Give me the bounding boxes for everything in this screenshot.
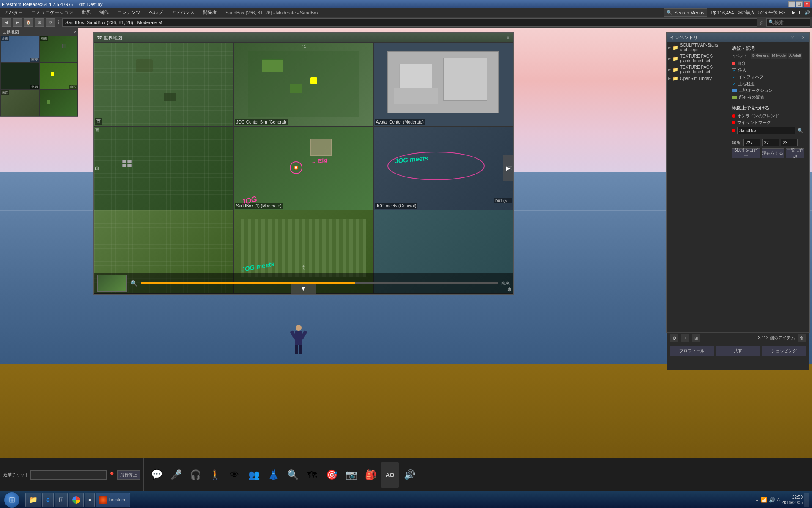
taskbar-ie[interactable]: e bbox=[42, 493, 54, 507]
map-tile-top-left[interactable]: 西 bbox=[94, 42, 233, 126]
toolbar-search-icon[interactable]: 🔍 bbox=[283, 462, 302, 488]
tray-show-hidden[interactable]: ▲ bbox=[755, 497, 759, 502]
inv-grid-btn[interactable]: ⊞ bbox=[692, 334, 700, 342]
toolbar-eye-icon[interactable]: 👁 bbox=[225, 462, 244, 488]
toolbar-headphones-icon[interactable]: 🎧 bbox=[186, 462, 205, 488]
inv-item-2[interactable]: ▶ 📁 TEXTURE PACK-plants-forest set bbox=[667, 53, 727, 64]
toolbar-voice-icon[interactable]: 🎤 bbox=[167, 462, 185, 488]
mini-tile-s bbox=[39, 90, 78, 116]
close-button[interactable]: × bbox=[804, 1, 810, 7]
find-section: 地図上で見つける オンラインのフレンド マイランドマーク 🔍 bbox=[729, 103, 808, 137]
map-label-avatar-center: Avatar Center (Moderate) bbox=[375, 119, 425, 125]
coord-x[interactable] bbox=[743, 139, 760, 146]
inv-count: 2,112 個のアイテム bbox=[758, 335, 795, 341]
inventory-minimize[interactable]: - bbox=[796, 35, 800, 40]
map-tile-avatar-center[interactable]: Avatar Center (Moderate) bbox=[373, 42, 513, 126]
inv-trash-btn[interactable]: 🗑 bbox=[798, 334, 806, 342]
legend-checkbox-land[interactable]: ✓ bbox=[732, 82, 736, 86]
world-map-icon: 🗺 bbox=[97, 35, 102, 40]
inv-gear-btn[interactable]: ⚙ bbox=[670, 334, 678, 342]
forward-button[interactable]: ▶ bbox=[13, 18, 22, 27]
profile-button[interactable]: プロフィール bbox=[670, 346, 714, 356]
general-badge: G Genera bbox=[751, 53, 770, 59]
toolbar-camera-icon[interactable]: 📷 bbox=[342, 462, 360, 488]
inv-item-1[interactable]: ▶ 📁 SCULPTMAP-Stairs and steps bbox=[667, 42, 727, 53]
map-tile-jog-meets[interactable]: JOG meets JOG meets (General) D01 (M... bbox=[373, 126, 513, 210]
toolbar-ao-icon[interactable]: AO bbox=[381, 462, 399, 488]
event-labels: イベント : G Genera M Mode A Adult bbox=[732, 53, 804, 59]
inventory-header: インベントリ ? - × bbox=[667, 33, 809, 42]
search-input[interactable] bbox=[774, 20, 808, 25]
toolbar-outfit-icon[interactable]: 👗 bbox=[264, 462, 283, 488]
shopping-button[interactable]: ショッピング bbox=[762, 346, 806, 356]
inv-add-btn[interactable]: + bbox=[681, 334, 689, 342]
search-menus-label[interactable]: 🔍 Search Menus bbox=[664, 8, 707, 17]
stop-flying-button[interactable]: 飛行停止 bbox=[117, 470, 140, 480]
legend-checkbox-resident[interactable]: ✓ bbox=[732, 68, 736, 72]
menu-avatar[interactable]: アバター bbox=[2, 8, 25, 17]
map-search-icon[interactable]: 🔍 bbox=[130, 280, 137, 287]
mini-map-close[interactable]: × bbox=[74, 30, 76, 35]
toolbar-people-icon[interactable]: 👥 bbox=[244, 462, 263, 488]
menu-developer[interactable]: 開発者 bbox=[200, 8, 219, 17]
inventory-help[interactable]: ? bbox=[790, 35, 795, 40]
inventory-content: ▶ 📁 SCULPTMAP-Stairs and steps ▶ 📁 TEXTU… bbox=[667, 42, 809, 332]
map-tile-sandbox[interactable]: → E1g SandBox (1) (Moderate) JOG bbox=[233, 126, 373, 210]
coord-buttons: SLurl をコピー 現在をする 一覧に追加 bbox=[732, 148, 804, 158]
show-button[interactable]: 現在をする bbox=[762, 148, 784, 158]
toolbar-chat-icon[interactable]: 💬 bbox=[147, 462, 166, 488]
bookmark-star[interactable]: ☆ bbox=[759, 19, 765, 26]
world-map-body[interactable]: 北 西 東 南 西 JOG Center Sim bbox=[94, 42, 513, 294]
grid-button[interactable]: ⊞ bbox=[35, 18, 44, 27]
address-input[interactable] bbox=[62, 18, 757, 27]
menu-advanced[interactable]: アドバンス bbox=[169, 8, 197, 17]
menu-communication[interactable]: コミュニケーション bbox=[29, 8, 76, 17]
taskbar-tiles[interactable]: ⊞ bbox=[55, 493, 68, 507]
map-nav-bottom[interactable]: ▼ bbox=[291, 284, 316, 294]
map-zoom-bar[interactable] bbox=[141, 282, 498, 284]
map-tile-mid-left[interactable]: 西 bbox=[94, 126, 233, 210]
window-controls[interactable]: _ □ × bbox=[788, 1, 810, 7]
map-label-sandbox: SandBox (1) (Moderate) bbox=[235, 203, 283, 209]
toolbar-walk-icon[interactable]: 🚶 bbox=[206, 462, 224, 488]
toolbar-sound-icon[interactable]: 🔊 bbox=[400, 462, 419, 488]
coord-y[interactable] bbox=[762, 139, 779, 146]
toolbar-destination-icon[interactable]: 🎯 bbox=[322, 462, 341, 488]
back-button[interactable]: ◀ bbox=[2, 18, 11, 27]
maximize-button[interactable]: □ bbox=[796, 1, 803, 7]
toolbar-places-icon[interactable]: 🗺 bbox=[303, 462, 321, 488]
taskbar-chrome[interactable] bbox=[69, 493, 84, 507]
world-map-close[interactable]: × bbox=[507, 35, 510, 41]
map-tile-jog-center[interactable]: JOG Center Sim (General) bbox=[233, 42, 373, 126]
find-sandbox-search-btn[interactable]: 🔍 bbox=[797, 128, 804, 133]
inv-item-4[interactable]: ▶ 📁 OpenSim Library bbox=[667, 75, 727, 82]
find-sandbox-input[interactable] bbox=[737, 127, 795, 134]
menu-create[interactable]: 制作 bbox=[97, 8, 111, 17]
toolbar-bag-icon[interactable]: 🎒 bbox=[361, 462, 380, 488]
legend-checkbox-infohub[interactable]: ✓ bbox=[732, 75, 736, 79]
show-desktop-button[interactable] bbox=[804, 493, 809, 507]
chat-input[interactable] bbox=[30, 470, 107, 480]
inventory-close[interactable]: × bbox=[801, 35, 806, 40]
menu-help[interactable]: ヘルプ bbox=[146, 8, 165, 17]
share-button[interactable]: 共有 bbox=[716, 346, 760, 356]
taskbar-cmd[interactable]: ▪ bbox=[85, 493, 95, 507]
minimize-button[interactable]: _ bbox=[788, 1, 795, 7]
taskbar-explorer[interactable]: 📁 bbox=[25, 493, 41, 507]
refresh-button[interactable]: ↺ bbox=[46, 18, 55, 27]
map-nav-right[interactable]: ▶ bbox=[503, 155, 513, 181]
menu-world[interactable]: 世界 bbox=[79, 8, 93, 17]
coord-z[interactable] bbox=[781, 139, 798, 146]
add-to-list-button[interactable]: 一覧に追加 bbox=[786, 148, 804, 158]
copy-slurl-button[interactable]: SLurl をコピー bbox=[732, 148, 760, 158]
start-button[interactable]: ⊞ bbox=[0, 491, 24, 508]
menu-content[interactable]: コンテンツ bbox=[115, 8, 143, 17]
legend-resident-label: 住人 bbox=[738, 67, 746, 73]
inv-item-3[interactable]: ▶ 📁 TEXTURE PACK-plants-forest set bbox=[667, 64, 727, 75]
taskbar-firestorm[interactable]: Firestorm bbox=[96, 493, 130, 507]
mini-map[interactable]: 世界地図 × 北東 南東 南東 北西 南西 南西 bbox=[0, 28, 78, 117]
inventory-header-controls[interactable]: ? - × bbox=[790, 35, 806, 40]
volume-icon[interactable]: 🔊 bbox=[804, 10, 810, 15]
home-button[interactable]: 🏠 bbox=[24, 18, 33, 27]
media-controls[interactable]: ▶ ⏸ bbox=[792, 10, 801, 15]
